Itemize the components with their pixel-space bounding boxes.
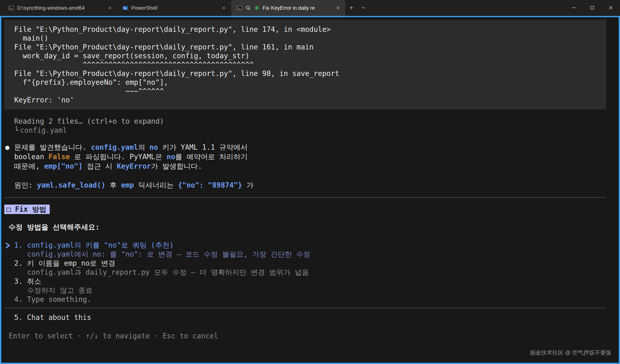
tab-title: Fix KeyError in daily re: [263, 5, 331, 11]
reading-status: Reading 2 files… (ctrl+o to expand) └con…: [4, 117, 606, 135]
chevron-down-icon: [361, 5, 366, 11]
terminal-screen[interactable]: File "E:\Python_Product\day-report\daily…: [1, 17, 619, 363]
tab-dropdown-button[interactable]: [357, 0, 370, 16]
menu-option-1-desc: config.yaml에서 no: 를 "no": 로 변경 — 코드 수정 불…: [4, 250, 606, 259]
powershell-icon: [122, 5, 128, 11]
menu-option-1[interactable]: 1. config.yaml의 키를 "no"로 쿼팅 (추천): [4, 241, 606, 250]
terminal-window: File "E:\Python_Product\day-report\daily…: [0, 16, 620, 364]
plus-icon: [349, 5, 354, 11]
analysis-line: 문제를 발견했습니다. config.yaml의 no 키가 YAML 1.1 …: [14, 143, 606, 152]
section-divider: [4, 308, 606, 308]
menu-option-3[interactable]: 3. 취소: [4, 277, 606, 286]
maximize-button[interactable]: [583, 0, 602, 16]
tab-strip: D:\syncthing-windows-amd64 PowerShell: [0, 0, 345, 16]
analysis-line: 때문에, emp["no"] 접근 시 KeyError가 발생합니다.: [14, 162, 606, 171]
menu-option-3-desc: 수정하지 않고 종료: [4, 286, 606, 295]
cmd-terminal-icon: [236, 5, 242, 11]
window-controls: [564, 0, 620, 16]
keyboard-hints: Enter to select · ↑/↓ to navigate · Esc …: [4, 332, 606, 341]
tab-close-icon[interactable]: [219, 4, 228, 12]
menu-option-2[interactable]: 2. 키 이름을 emp_no로 변경: [4, 259, 606, 268]
analysis-message: ● 문제를 발견했습니다. config.yaml의 no 키가 YAML 1.…: [4, 143, 606, 171]
menu-option-4[interactable]: 4. Type something.: [4, 295, 606, 304]
new-tab-button[interactable]: [345, 0, 357, 16]
tab-syncthing[interactable]: D:\syncthing-windows-amd64: [3, 0, 117, 16]
maximize-icon: [589, 5, 595, 11]
green-asterisk-icon: [254, 5, 260, 11]
menu-option-2-desc: config.yaml과 daily_report.py 모두 수정 — 더 명…: [4, 268, 606, 277]
menu-option-5[interactable]: 5. Chat about this: [4, 313, 606, 322]
close-icon: [608, 5, 614, 11]
tab-close-icon[interactable]: [334, 4, 342, 12]
selected-pointer-icon: [5, 242, 11, 252]
python-traceback-block: File "E:\Python_Product\day-report\daily…: [4, 20, 606, 109]
close-button[interactable]: [602, 0, 620, 16]
option-list: 1. config.yaml의 키를 "no"로 쿼팅 (추천) config.…: [4, 241, 606, 304]
tab-title: D:\syncthing-windows-amd64: [17, 5, 102, 11]
cause-line: 원인: yaml.safe_load() 후 emp 딕셔너리는 {"no": …: [4, 181, 606, 190]
reading-files-line: Reading 2 files… (ctrl+o to expand): [14, 117, 606, 126]
watermark-text: 掘金技术社区 @ 空气拌饭不要饭: [530, 348, 611, 357]
titlebar: D:\syncthing-windows-amd64 PowerShell: [0, 0, 620, 16]
minimize-icon: [571, 5, 576, 11]
select-prompt: 수정 방법을 선택해주세요:: [4, 223, 606, 232]
tab-powershell[interactable]: PowerShell: [117, 0, 231, 16]
tab-title: PowerShell: [131, 5, 217, 11]
cmd-terminal-icon: [8, 5, 14, 11]
minimize-button[interactable]: [564, 0, 583, 16]
tree-branch-char: └: [14, 126, 18, 135]
tab-close-icon[interactable]: [106, 4, 114, 12]
reading-file-name: config.yaml: [18, 126, 67, 135]
tab-claude-fix[interactable]: Fix KeyError in daily re: [231, 0, 345, 16]
bullet-dot-icon: ●: [5, 143, 9, 152]
zoom-magnifier-icon: [246, 5, 251, 11]
fix-method-chip: □ Fix 방법: [4, 205, 50, 214]
analysis-line: boolean False 로 파싱됩니다. PyYAML은 no를 예약어로 …: [14, 152, 606, 162]
